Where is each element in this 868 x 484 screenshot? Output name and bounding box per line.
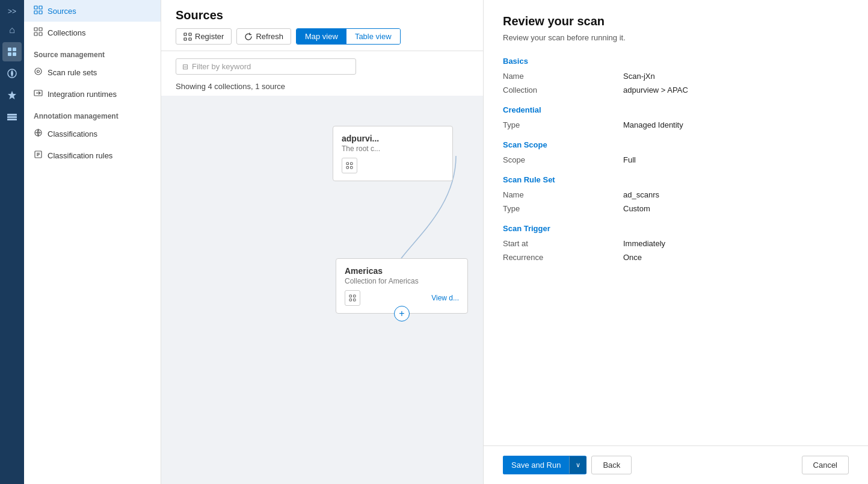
expand-button[interactable]: >> [5, 5, 19, 18]
svg-rect-30 [346, 163, 349, 165]
scan-rule-set-section-title: Scan Rule Set [503, 175, 849, 184]
sidebar-item-sources[interactable]: Sources [24, 0, 161, 22]
review-panel: Review your scan Review your scan before… [483, 0, 868, 484]
basics-collection-label: Collection [503, 85, 623, 95]
scan-scope-label: Scope [503, 155, 623, 164]
source-management-section: Source management [24, 43, 161, 61]
scan-rule-sets-icon [34, 67, 43, 78]
collections-icon [34, 27, 43, 38]
catalog-icon[interactable] [2, 42, 22, 61]
svg-rect-1 [13, 48, 16, 51]
svg-rect-10 [34, 11, 37, 14]
svg-rect-0 [8, 48, 11, 51]
sources-label: Sources [48, 7, 76, 16]
sidebar: Sources Collections Source management Sc… [24, 0, 161, 484]
back-button[interactable]: Back [591, 456, 632, 474]
classification-rules-label: Classification rules [48, 151, 112, 160]
basics-section-title: Basics [503, 57, 849, 66]
sidebar-item-collections[interactable]: Collections [24, 22, 161, 43]
sources-header: Sources Register Refresh Map view [161, 0, 483, 51]
annotation-management-section: Annotation management [24, 105, 161, 123]
svg-rect-3 [13, 52, 16, 56]
manage-icon[interactable] [2, 107, 22, 126]
review-title: Review your scan [503, 14, 849, 28]
credential-section-title: Credential [503, 105, 849, 114]
credential-type-value: Managed Identity [623, 120, 683, 129]
refresh-label: Refresh [256, 32, 283, 41]
register-label: Register [195, 32, 224, 41]
save-and-run-dropdown[interactable]: ∨ [569, 456, 586, 474]
svg-rect-33 [351, 167, 353, 169]
root-card-icons [342, 158, 444, 173]
classifications-label: Classifications [48, 129, 97, 138]
map-view-button[interactable]: Map view [297, 29, 346, 44]
insights-icon[interactable] [2, 85, 22, 105]
svg-rect-12 [34, 28, 37, 31]
main-content: Sources Register Refresh Map view [161, 0, 483, 484]
svg-rect-7 [7, 119, 17, 120]
americas-card-grid-icon[interactable] [345, 290, 360, 306]
scan-trigger-start-row: Start at Immediately [503, 239, 849, 248]
classifications-icon [34, 128, 43, 139]
sidebar-item-classification-rules[interactable]: Classification rules [24, 144, 161, 166]
refresh-button[interactable]: Refresh [236, 28, 291, 45]
svg-rect-29 [189, 38, 191, 40]
root-card-title: adpurvi... [342, 134, 444, 143]
classification-rules-icon [34, 150, 43, 161]
sources-icon [34, 5, 43, 16]
sidebar-item-classifications[interactable]: Classifications [24, 123, 161, 144]
sidebar-item-scan-rule-sets[interactable]: Scan rule sets [24, 61, 161, 83]
svg-rect-36 [349, 299, 352, 302]
svg-point-16 [35, 68, 42, 75]
integration-runtimes-icon [34, 88, 43, 99]
register-icon [183, 33, 192, 41]
scan-rule-set-name-row: Name ad_scanrs [503, 190, 849, 199]
filter-input-container[interactable]: ⊟ Filter by keyword [176, 58, 356, 75]
scan-scope-row: Scope Full [503, 155, 849, 164]
table-view-button[interactable]: Table view [346, 29, 400, 44]
filter-bar: ⊟ Filter by keyword [161, 51, 483, 82]
save-and-run-main[interactable]: Save and Run [503, 456, 569, 474]
filter-icon: ⊟ [182, 63, 188, 71]
svg-rect-26 [184, 33, 186, 36]
toolbar: Register Refresh Map view Table view [176, 28, 469, 45]
review-body: Review your scan Review your scan before… [484, 0, 868, 445]
showing-text: Showing 4 collections, 1 source [161, 82, 483, 96]
data-icon[interactable] [2, 64, 22, 83]
scan-trigger-start-label: Start at [503, 239, 623, 248]
review-footer: Save and Run ∨ Back Cancel [484, 445, 868, 484]
register-button[interactable]: Register [176, 28, 232, 45]
scan-trigger-recurrence-label: Recurrence [503, 253, 623, 262]
svg-rect-11 [39, 11, 42, 14]
scan-trigger-recurrence-row: Recurrence Once [503, 253, 849, 262]
view-details-link[interactable]: View d... [431, 294, 459, 302]
svg-rect-9 [39, 6, 42, 9]
scan-scope-section-title: Scan Scope [503, 140, 849, 149]
svg-rect-28 [184, 38, 186, 40]
scan-rule-sets-label: Scan rule sets [48, 68, 97, 77]
add-collection-button[interactable]: + [394, 306, 410, 321]
svg-rect-14 [34, 33, 37, 36]
svg-rect-6 [7, 116, 17, 118]
americas-card-subtitle: Collection for Americas [345, 277, 459, 285]
integration-runtimes-label: Integration runtimes [48, 90, 117, 99]
root-card-grid-icon[interactable] [342, 158, 357, 173]
svg-rect-32 [346, 167, 349, 169]
root-card-subtitle: The root c... [342, 144, 444, 153]
home-icon[interactable]: ⌂ [2, 20, 22, 40]
credential-type-row: Type Managed Identity [503, 120, 849, 129]
save-and-run-button[interactable]: Save and Run ∨ [503, 456, 586, 474]
svg-rect-35 [354, 295, 356, 297]
scan-trigger-section-title: Scan Trigger [503, 224, 849, 233]
americas-card-title: Americas [345, 266, 459, 276]
cancel-button[interactable]: Cancel [802, 456, 849, 474]
refresh-icon [244, 33, 253, 41]
svg-rect-5 [7, 114, 17, 116]
sidebar-item-integration-runtimes[interactable]: Integration runtimes [24, 83, 161, 105]
scan-rule-set-type-value: Custom [623, 204, 650, 213]
scan-rule-set-type-row: Type Custom [503, 204, 849, 213]
basics-name-row: Name Scan-jXn [503, 72, 849, 81]
americas-card-icons: View d... [345, 290, 459, 306]
filter-placeholder: Filter by keyword [192, 62, 251, 71]
svg-rect-8 [34, 6, 37, 9]
